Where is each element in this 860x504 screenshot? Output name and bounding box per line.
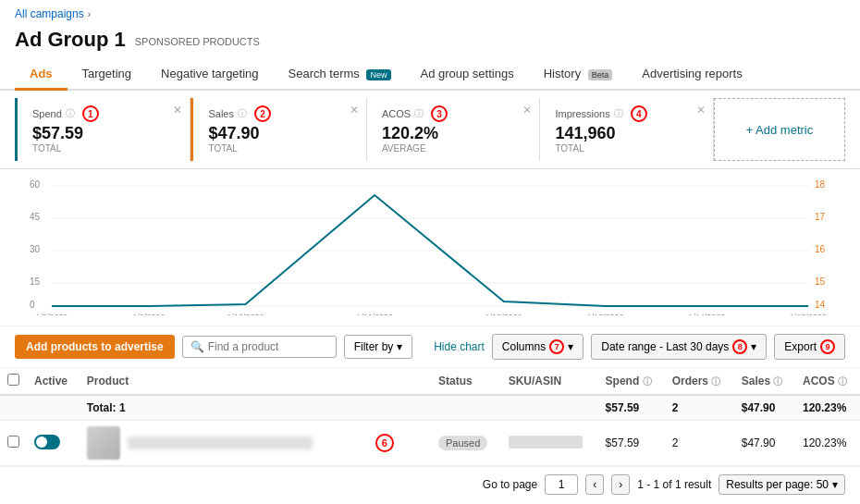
metric-sales-close[interactable]: ✕ bbox=[350, 104, 359, 117]
tab-bar: Ads Targeting Negative targeting Search … bbox=[0, 59, 860, 91]
table-row: 6 Paused $57.59 2 $47.90 120.23% bbox=[0, 421, 860, 466]
next-page-button[interactable]: › bbox=[611, 474, 630, 495]
date-range-label: Date range - Last 30 days bbox=[601, 340, 729, 353]
tab-history[interactable]: History Beta bbox=[529, 59, 628, 91]
metric-sales-value: $47.90 bbox=[208, 124, 350, 143]
circled-2: 2 bbox=[254, 105, 271, 122]
tab-ad-group-settings[interactable]: Ad group settings bbox=[406, 59, 529, 91]
impressions-info-icon[interactable]: ⓘ bbox=[614, 107, 623, 120]
metric-sales: ✕ Sales ⓘ 2 $47.90 TOTAL bbox=[190, 98, 366, 161]
columns-label: Columns bbox=[502, 340, 546, 353]
search-input[interactable] bbox=[208, 340, 328, 353]
svg-text:1/8/2020: 1/8/2020 bbox=[35, 313, 68, 315]
date-range-button[interactable]: Date range - Last 30 days 8 ▾ bbox=[591, 334, 767, 360]
svg-text:15: 15 bbox=[30, 277, 41, 287]
svg-text:1/14/2020: 1/14/2020 bbox=[688, 313, 725, 315]
tab-advertising-reports[interactable]: Advertising reports bbox=[627, 59, 756, 91]
filter-button[interactable]: Filter by ▾ bbox=[344, 335, 413, 359]
add-metric-label[interactable]: + Add metric bbox=[746, 123, 814, 137]
metric-sales-sub: TOTAL bbox=[208, 143, 350, 154]
row-toggle[interactable] bbox=[34, 435, 60, 449]
breadcrumb-arrow: › bbox=[88, 9, 91, 19]
metric-acos-label: ACOS ⓘ 3 bbox=[382, 105, 524, 122]
svg-text:1/13/2020: 1/13/2020 bbox=[587, 313, 624, 315]
sku-blur bbox=[509, 436, 583, 449]
results-per-page-button[interactable]: Results per page: 50 ▾ bbox=[719, 474, 845, 495]
tab-targeting[interactable]: Targeting bbox=[68, 59, 146, 91]
total-sales: $47.90 bbox=[734, 395, 795, 421]
circled-9: 9 bbox=[820, 339, 835, 354]
header-product: Product bbox=[80, 368, 431, 395]
prev-page-button[interactable]: ‹ bbox=[585, 474, 604, 495]
metric-sales-label: Sales ⓘ 2 bbox=[208, 105, 350, 122]
product-thumbnail bbox=[87, 426, 120, 460]
svg-text:45: 45 bbox=[30, 212, 41, 222]
metric-spend-close[interactable]: ✕ bbox=[173, 104, 182, 117]
history-badge: Beta bbox=[588, 69, 613, 80]
svg-text:60: 60 bbox=[30, 179, 41, 190]
row-acos: 120.23% bbox=[795, 421, 860, 466]
page-number-input[interactable] bbox=[545, 474, 578, 495]
page-header: Ad Group 1 SPONSORED PRODUCTS bbox=[0, 24, 860, 59]
header-acos: ACOS ⓘ bbox=[795, 368, 860, 395]
metric-impressions-close[interactable]: ✕ bbox=[696, 104, 706, 117]
tab-negative-targeting[interactable]: Negative targeting bbox=[146, 59, 274, 91]
metric-spend-value: $57.59 bbox=[32, 124, 175, 143]
metric-spend-label: Spend ⓘ 1 bbox=[32, 105, 175, 122]
acos-info-icon[interactable]: ⓘ bbox=[414, 107, 424, 120]
circled-3: 3 bbox=[431, 105, 448, 122]
total-spend: $57.59 bbox=[598, 395, 665, 421]
chart-area: 60 45 30 15 0 18 17 16 15 14 1/8/2020 1/… bbox=[0, 169, 860, 326]
tab-search-terms[interactable]: Search terms New bbox=[274, 59, 406, 91]
svg-text:30: 30 bbox=[30, 244, 41, 254]
metric-impressions-sub: TOTAL bbox=[555, 143, 697, 154]
row-checkbox[interactable] bbox=[7, 436, 19, 448]
acos-col-info[interactable]: ⓘ bbox=[838, 376, 847, 387]
export-button[interactable]: Export 9 bbox=[774, 334, 845, 360]
metric-impressions: ✕ Impressions ⓘ 4 141,960 TOTAL bbox=[540, 98, 713, 161]
select-all-checkbox[interactable] bbox=[7, 374, 19, 386]
svg-text:1/12/2020: 1/12/2020 bbox=[485, 313, 522, 315]
all-campaigns-link[interactable]: All campaigns bbox=[15, 7, 84, 20]
go-to-page-label: Go to page bbox=[483, 478, 537, 491]
table-total-row: Total: 1 $57.59 2 $47.90 120.23% bbox=[0, 395, 860, 421]
header-sku: SKU/ASIN bbox=[501, 368, 598, 395]
header-sales: Sales ⓘ bbox=[734, 368, 795, 395]
spend-col-info[interactable]: ⓘ bbox=[643, 376, 652, 387]
header-spend: Spend ⓘ bbox=[598, 368, 665, 395]
hide-chart-button[interactable]: Hide chart bbox=[434, 340, 485, 353]
table-area: Active Product Status SKU/ASIN Spend ⓘ O… bbox=[0, 368, 860, 466]
date-chevron-icon: ▾ bbox=[751, 340, 756, 353]
tab-ads[interactable]: Ads bbox=[15, 59, 68, 91]
results-per-page-label: Results per page: 50 bbox=[726, 478, 829, 491]
orders-col-info[interactable]: ⓘ bbox=[711, 376, 720, 387]
page-subtitle: SPONSORED PRODUCTS bbox=[135, 36, 260, 47]
spend-info-icon[interactable]: ⓘ bbox=[66, 107, 75, 120]
products-table: Active Product Status SKU/ASIN Spend ⓘ O… bbox=[0, 368, 860, 466]
sales-info-icon[interactable]: ⓘ bbox=[238, 107, 247, 120]
circled-1: 1 bbox=[82, 105, 99, 122]
header-active: Active bbox=[27, 368, 80, 395]
add-products-button[interactable]: Add products to advertise bbox=[15, 335, 175, 359]
metric-spend-sub: TOTAL bbox=[32, 143, 175, 154]
row-orders: 2 bbox=[665, 421, 734, 466]
metric-acos-close[interactable]: ✕ bbox=[522, 104, 532, 117]
breadcrumb: All campaigns › bbox=[0, 0, 860, 24]
header-checkbox[interactable] bbox=[0, 368, 27, 395]
status-badge: Paused bbox=[438, 436, 487, 450]
svg-text:1/10/2020: 1/10/2020 bbox=[227, 313, 264, 315]
toolbar: Add products to advertise 🔍 Filter by ▾ … bbox=[0, 326, 860, 368]
chart-svg: 60 45 30 15 0 18 17 16 15 14 1/8/2020 1/… bbox=[15, 177, 845, 315]
export-label: Export bbox=[784, 340, 817, 353]
sales-col-info[interactable]: ⓘ bbox=[773, 376, 782, 387]
total-acos: 120.23% bbox=[795, 395, 860, 421]
row-spend: $57.59 bbox=[598, 421, 665, 466]
pagination-bar: Go to page ‹ › 1 - 1 of 1 result Results… bbox=[0, 466, 860, 502]
columns-button[interactable]: Columns 7 ▾ bbox=[492, 334, 584, 360]
circled-8: 8 bbox=[732, 339, 747, 354]
row-sales: $47.90 bbox=[734, 421, 795, 466]
result-info: 1 - 1 of 1 result bbox=[637, 478, 711, 491]
metric-spend: ✕ Spend ⓘ 1 $57.59 TOTAL bbox=[15, 98, 190, 161]
add-metric-card[interactable]: + Add metric bbox=[714, 98, 845, 161]
filter-label: Filter by bbox=[354, 340, 394, 353]
